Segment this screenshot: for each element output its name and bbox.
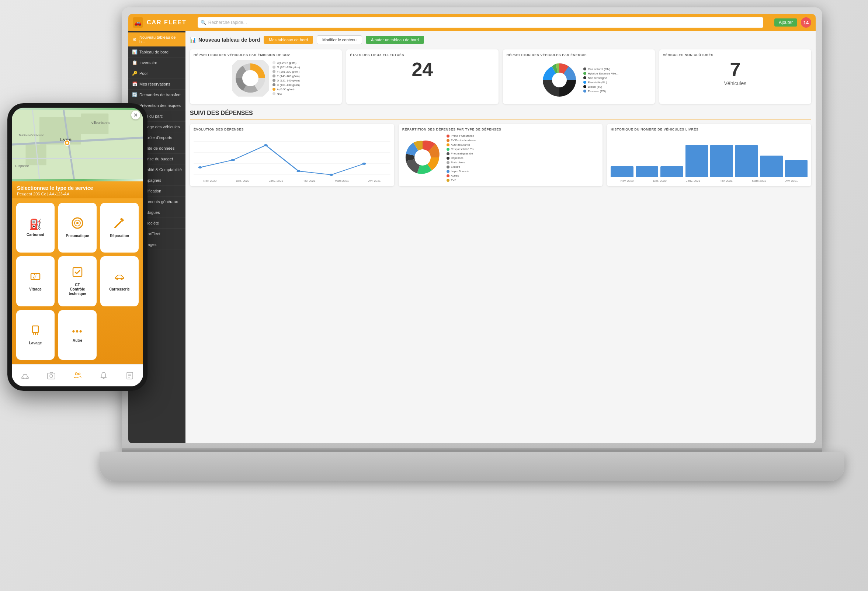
non-closed-sub: Véhicules [663, 80, 807, 86]
service-carburant[interactable]: ⛽ Carburant [16, 203, 55, 252]
expenses-section-title: SUIVI DES DÉPENSES [190, 110, 811, 119]
svg-rect-39 [32, 326, 38, 333]
dashboard-header: 📊 Nouveau tableau de bord Mes tableaux d… [190, 35, 811, 44]
bar-1 [611, 166, 633, 177]
bar-3 [660, 166, 683, 177]
laptop-body: 🚗 CAR FLEET 🔍 Recherche rapide... Ajoute… [122, 7, 822, 450]
svg-point-8 [231, 159, 235, 161]
repartition-pie-svg [402, 137, 443, 178]
sidebar-item-inventaire[interactable]: 📋 Inventaire [128, 57, 186, 68]
top-charts-grid: RÉPARTITION DES VÉHICULES PAR ÉMISSION D… [190, 49, 811, 104]
svg-point-7 [198, 166, 202, 168]
ct-icon [72, 266, 83, 281]
phone-nav-bar [12, 364, 143, 386]
main-content: 📊 Nouveau tableau de bord Mes tableaux d… [186, 31, 816, 443]
svg-point-43 [22, 377, 24, 379]
carburant-label: Carburant [27, 233, 44, 237]
energy-pie-chart [539, 60, 580, 100]
app-title: CAR FLEET [147, 19, 187, 26]
bar-8 [785, 160, 807, 177]
non-closed-title: VÉHICULES NON CLÔTURÉS [663, 53, 807, 57]
states-chart-title: ÉTATS DES LIEUX EFFECTUÉS [350, 53, 495, 57]
repartition-pie [402, 137, 443, 179]
energy-legend: Gaz naturel (GN) Hybride Essence-Vile...… [583, 68, 619, 93]
co2-chart-card: RÉPARTITION DES VÉHICULES PAR ÉMISSION D… [190, 49, 342, 104]
evolution-line-chart [193, 134, 391, 178]
nav-book-icon[interactable] [125, 371, 134, 380]
svg-point-9 [264, 144, 268, 146]
svg-point-44 [26, 377, 28, 379]
mes-tableaux-btn[interactable]: Mes tableaux de bord [264, 36, 313, 44]
co2-chart-title: RÉPARTITION DES VÉHICULES PAR ÉMISSION D… [193, 53, 338, 57]
service-vitrage[interactable]: Vitrage [16, 256, 55, 306]
search-icon: 🔍 [201, 20, 206, 25]
app-layout: ⊕ Nouveau tableau de b... 📊 Tableau de b… [128, 31, 816, 443]
sidebar-item-reservations[interactable]: 📅 Mes réservations [128, 79, 186, 90]
energy-chart-card: RÉPARTITION DES VÉHICULES PAR ÉNERGIE [503, 49, 655, 104]
co2-pie-chart [232, 60, 269, 97]
app-logo-icon: 🚗 [133, 17, 143, 28]
service-autre[interactable]: ••• Autre [58, 310, 97, 360]
search-bar[interactable]: 🔍 Recherche rapide... [198, 17, 763, 28]
autre-label: Autre [72, 339, 82, 343]
non-closed-count: 7 [663, 60, 807, 79]
new-dashboard-icon: ⊕ [132, 37, 137, 42]
reparation-label: Réparation [110, 234, 129, 238]
sidebar-label-tableau: Tableau de bord [139, 50, 168, 54]
svg-point-12 [362, 162, 366, 165]
carrosserie-label: Carrosserie [109, 287, 130, 292]
sidebar-item-pool[interactable]: 🔑 Pool [128, 68, 186, 79]
nav-camera-icon[interactable] [47, 371, 56, 380]
modifier-contenu-btn[interactable]: Modifier le contenu [317, 35, 362, 44]
svg-point-48 [78, 373, 80, 374]
svg-rect-33 [31, 274, 40, 280]
svg-point-1 [242, 70, 258, 86]
lavage-label: Lavage [29, 341, 42, 345]
empty-slot [100, 310, 139, 360]
pneumatique-label: Pneumatique [66, 234, 89, 238]
reparation-icon [114, 217, 125, 231]
dashboard-icon: 📊 [132, 49, 137, 55]
states-count: 24 [350, 60, 495, 79]
autre-icon: ••• [72, 327, 83, 336]
svg-point-11 [329, 174, 333, 176]
svg-text:Craponne: Craponne [15, 164, 29, 168]
phone: Lyon Villeurbanne Tassin-la-Demi-Lune Cr… [7, 103, 148, 391]
sidebar-item-tableau-de-bord[interactable]: 📊 Tableau de bord [128, 47, 186, 57]
energy-pie-container: Gaz naturel (GN) Hybride Essence-Vile...… [506, 60, 651, 100]
service-carrosserie[interactable]: Carrosserie [100, 256, 139, 306]
sidebar-label-transfert: Demandes de transfert [139, 93, 181, 97]
phone-select-service-label: Sélectionnez le type de service [17, 185, 138, 191]
phone-car-info: Sélectionnez le type de service Peugeot … [12, 181, 143, 198]
repartition-legend: Prime d'Assurance PV Excès de vitesse Au… [447, 134, 476, 182]
historique-chart-card: HISTORIQUE DU NOMBRE DE VÉHICULES LIVRÉS [607, 124, 811, 186]
repartition-chart-title: RÉPARTITION DES DÉPENSES PAR TYPE DE DÉP… [402, 128, 599, 131]
repartition-chart-card: RÉPARTITION DES DÉPENSES PAR TYPE DE DÉP… [399, 124, 603, 186]
carrosserie-icon [114, 271, 125, 285]
service-reparation[interactable]: Réparation [100, 203, 139, 252]
repartition-container: Prime d'Assurance PV Excès de vitesse Au… [402, 134, 599, 182]
app-header: 🚗 CAR FLEET 🔍 Recherche rapide... Ajoute… [128, 14, 816, 31]
nav-bell-icon[interactable] [99, 371, 108, 380]
sidebar-label-pool: Pool [139, 71, 148, 75]
sidebar-item-transfert[interactable]: 🔄 Demandes de transfert [128, 90, 186, 100]
add-button[interactable]: Ajouter [774, 18, 797, 27]
line-chart-svg [193, 134, 391, 178]
nav-users-icon[interactable] [73, 371, 82, 380]
bar-5 [710, 145, 733, 177]
co2-pie-container: B(51% > g/km) G (201-250 g/km) F (161-20… [193, 60, 338, 97]
sidebar-item-nouveau-tableau[interactable]: ⊕ Nouveau tableau de b... [128, 32, 186, 47]
phone-close-btn[interactable]: ✕ [131, 111, 140, 119]
notification-button[interactable]: 14 [801, 17, 811, 28]
co2-legend: B(51% > g/km) G (201-250 g/km) F (161-20… [273, 61, 300, 96]
svg-line-31 [115, 222, 121, 227]
service-pneumatique[interactable]: Pneumatique [58, 203, 97, 252]
sidebar-label-prevention: Prévention des risques [139, 103, 181, 108]
ajouter-tableau-btn[interactable]: Ajouter un tableau de bord [366, 36, 424, 44]
nav-car-icon[interactable] [21, 371, 30, 380]
service-ct[interactable]: CTContrôletechnique [58, 256, 97, 306]
ct-label: CTContrôletechnique [69, 283, 86, 296]
svg-point-30 [76, 222, 78, 224]
non-closed-card: VÉHICULES NON CLÔTURÉS 7 Véhicules [659, 49, 811, 104]
service-lavage[interactable]: Lavage [16, 310, 55, 360]
